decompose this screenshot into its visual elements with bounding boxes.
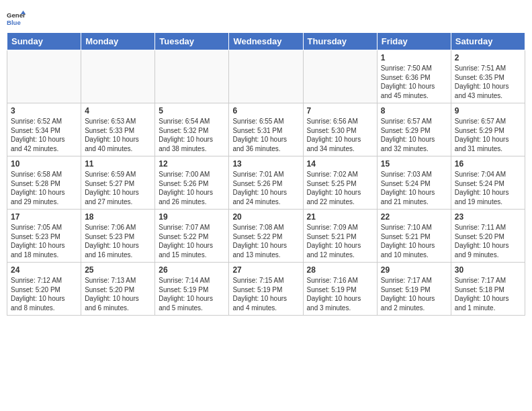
day-number: 8 (381, 106, 447, 116)
day-info: Sunrise: 7:15 AM Sunset: 5:19 PM Dayligh… (232, 276, 299, 312)
day-number: 18 (85, 212, 151, 222)
day-number: 16 (455, 159, 521, 169)
calendar-cell: 7Sunrise: 6:56 AM Sunset: 5:30 PM Daylig… (303, 103, 377, 156)
weekday-header-saturday: Saturday (451, 33, 525, 50)
day-number: 29 (381, 265, 447, 275)
day-info: Sunrise: 7:17 AM Sunset: 5:18 PM Dayligh… (455, 276, 521, 312)
day-number: 26 (159, 265, 225, 275)
day-info: Sunrise: 7:10 AM Sunset: 5:21 PM Dayligh… (381, 223, 447, 259)
day-info: Sunrise: 7:51 AM Sunset: 6:35 PM Dayligh… (455, 64, 521, 100)
week-row-4: 17Sunrise: 7:05 AM Sunset: 5:23 PM Dayli… (7, 210, 525, 263)
calendar-cell: 23Sunrise: 7:11 AM Sunset: 5:20 PM Dayli… (451, 210, 525, 263)
weekday-header-sunday: Sunday (7, 33, 81, 50)
calendar: SundayMondayTuesdayWednesdayThursdayFrid… (7, 32, 525, 316)
day-number: 17 (11, 212, 77, 222)
day-number: 23 (455, 212, 521, 222)
day-info: Sunrise: 7:16 AM Sunset: 5:19 PM Dayligh… (307, 276, 373, 312)
day-number: 7 (307, 106, 373, 116)
day-number: 3 (11, 106, 77, 116)
day-number: 20 (232, 212, 299, 222)
calendar-cell: 29Sunrise: 7:17 AM Sunset: 5:19 PM Dayli… (377, 263, 451, 316)
weekday-header-monday: Monday (81, 33, 155, 50)
weekday-header-thursday: Thursday (303, 33, 377, 50)
calendar-cell: 12Sunrise: 7:00 AM Sunset: 5:26 PM Dayli… (155, 156, 229, 210)
day-number: 2 (455, 53, 521, 62)
day-info: Sunrise: 7:02 AM Sunset: 5:25 PM Dayligh… (307, 170, 373, 206)
calendar-cell (81, 50, 155, 103)
calendar-cell: 14Sunrise: 7:02 AM Sunset: 5:25 PM Dayli… (303, 156, 377, 210)
day-info: Sunrise: 7:17 AM Sunset: 5:19 PM Dayligh… (381, 276, 447, 312)
day-number: 30 (455, 265, 521, 275)
day-info: Sunrise: 7:01 AM Sunset: 5:26 PM Dayligh… (232, 170, 299, 206)
calendar-cell: 5Sunrise: 6:54 AM Sunset: 5:32 PM Daylig… (155, 103, 229, 156)
calendar-cell: 22Sunrise: 7:10 AM Sunset: 5:21 PM Dayli… (377, 210, 451, 263)
day-number: 5 (159, 106, 225, 116)
calendar-cell: 25Sunrise: 7:13 AM Sunset: 5:20 PM Dayli… (81, 263, 155, 316)
calendar-cell: 18Sunrise: 7:06 AM Sunset: 5:23 PM Dayli… (81, 210, 155, 263)
day-number: 11 (85, 159, 151, 169)
calendar-cell: 4Sunrise: 6:53 AM Sunset: 5:33 PM Daylig… (81, 103, 155, 156)
day-number: 15 (381, 159, 447, 169)
weekday-header-wednesday: Wednesday (229, 33, 303, 50)
week-row-1: 1Sunrise: 7:50 AM Sunset: 6:36 PM Daylig… (7, 50, 525, 103)
calendar-cell (155, 50, 229, 103)
calendar-cell (229, 50, 303, 103)
week-row-5: 24Sunrise: 7:12 AM Sunset: 5:20 PM Dayli… (7, 263, 525, 316)
day-info: Sunrise: 6:52 AM Sunset: 5:34 PM Dayligh… (11, 117, 77, 153)
week-row-2: 3Sunrise: 6:52 AM Sunset: 5:34 PM Daylig… (7, 103, 525, 156)
weekday-header-friday: Friday (377, 33, 451, 50)
calendar-cell: 20Sunrise: 7:08 AM Sunset: 5:22 PM Dayli… (229, 210, 303, 263)
svg-text:Blue: Blue (7, 19, 21, 26)
day-info: Sunrise: 7:09 AM Sunset: 5:21 PM Dayligh… (307, 223, 373, 259)
logo: General Blue (7, 9, 26, 28)
day-number: 27 (232, 265, 299, 275)
day-info: Sunrise: 7:05 AM Sunset: 5:23 PM Dayligh… (11, 223, 77, 259)
day-info: Sunrise: 7:13 AM Sunset: 5:20 PM Dayligh… (85, 276, 151, 312)
weekday-header-tuesday: Tuesday (155, 33, 229, 50)
day-info: Sunrise: 7:14 AM Sunset: 5:19 PM Dayligh… (159, 276, 225, 312)
day-number: 4 (85, 106, 151, 116)
day-number: 6 (232, 106, 299, 116)
calendar-cell: 10Sunrise: 6:58 AM Sunset: 5:28 PM Dayli… (7, 156, 81, 210)
day-info: Sunrise: 7:12 AM Sunset: 5:20 PM Dayligh… (11, 276, 77, 312)
week-row-3: 10Sunrise: 6:58 AM Sunset: 5:28 PM Dayli… (7, 156, 525, 210)
day-number: 14 (307, 159, 373, 169)
calendar-cell: 28Sunrise: 7:16 AM Sunset: 5:19 PM Dayli… (303, 263, 377, 316)
day-number: 25 (85, 265, 151, 275)
calendar-cell: 9Sunrise: 6:57 AM Sunset: 5:29 PM Daylig… (451, 103, 525, 156)
day-number: 13 (232, 159, 299, 169)
logo-icon: General Blue (7, 9, 26, 28)
day-info: Sunrise: 7:06 AM Sunset: 5:23 PM Dayligh… (85, 223, 151, 259)
calendar-cell: 11Sunrise: 6:59 AM Sunset: 5:27 PM Dayli… (81, 156, 155, 210)
calendar-cell (303, 50, 377, 103)
calendar-cell: 3Sunrise: 6:52 AM Sunset: 5:34 PM Daylig… (7, 103, 81, 156)
day-info: Sunrise: 6:58 AM Sunset: 5:28 PM Dayligh… (11, 170, 77, 206)
day-info: Sunrise: 6:57 AM Sunset: 5:29 PM Dayligh… (381, 117, 447, 153)
calendar-cell: 17Sunrise: 7:05 AM Sunset: 5:23 PM Dayli… (7, 210, 81, 263)
day-info: Sunrise: 7:00 AM Sunset: 5:26 PM Dayligh… (159, 170, 225, 206)
day-number: 9 (455, 106, 521, 116)
page-header: General Blue (7, 7, 525, 28)
day-number: 22 (381, 212, 447, 222)
calendar-cell: 19Sunrise: 7:07 AM Sunset: 5:22 PM Dayli… (155, 210, 229, 263)
day-info: Sunrise: 7:03 AM Sunset: 5:24 PM Dayligh… (381, 170, 447, 206)
day-number: 12 (159, 159, 225, 169)
calendar-cell: 27Sunrise: 7:15 AM Sunset: 5:19 PM Dayli… (229, 263, 303, 316)
day-number: 21 (307, 212, 373, 222)
day-number: 19 (159, 212, 225, 222)
calendar-cell: 30Sunrise: 7:17 AM Sunset: 5:18 PM Dayli… (451, 263, 525, 316)
day-info: Sunrise: 6:55 AM Sunset: 5:31 PM Dayligh… (232, 117, 299, 153)
day-info: Sunrise: 7:11 AM Sunset: 5:20 PM Dayligh… (455, 223, 521, 259)
day-number: 1 (381, 53, 447, 62)
calendar-cell: 6Sunrise: 6:55 AM Sunset: 5:31 PM Daylig… (229, 103, 303, 156)
calendar-cell: 26Sunrise: 7:14 AM Sunset: 5:19 PM Dayli… (155, 263, 229, 316)
day-info: Sunrise: 6:59 AM Sunset: 5:27 PM Dayligh… (85, 170, 151, 206)
day-info: Sunrise: 6:57 AM Sunset: 5:29 PM Dayligh… (455, 117, 521, 153)
calendar-cell: 21Sunrise: 7:09 AM Sunset: 5:21 PM Dayli… (303, 210, 377, 263)
day-number: 10 (11, 159, 77, 169)
day-info: Sunrise: 7:07 AM Sunset: 5:22 PM Dayligh… (159, 223, 225, 259)
day-info: Sunrise: 6:54 AM Sunset: 5:32 PM Dayligh… (159, 117, 225, 153)
calendar-cell: 13Sunrise: 7:01 AM Sunset: 5:26 PM Dayli… (229, 156, 303, 210)
day-info: Sunrise: 6:53 AM Sunset: 5:33 PM Dayligh… (85, 117, 151, 153)
calendar-cell: 1Sunrise: 7:50 AM Sunset: 6:36 PM Daylig… (377, 50, 451, 103)
